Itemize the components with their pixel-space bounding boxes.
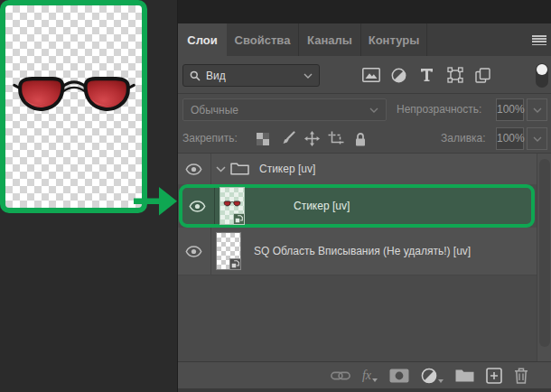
panel-tab-bar: Слои Свойства Каналы Контуры [178,23,551,56]
link-layers-icon[interactable] [331,369,350,382]
opacity-value[interactable]: 100% [496,98,524,121]
chevron-down-icon [369,107,378,113]
blend-mode-value: Обычные [191,104,238,117]
layers-bottom-toolbar: fx [178,361,551,388]
filter-type-icons [361,67,492,83]
layers-panel: Слои Свойства Каналы Контуры Вид [177,0,551,392]
chevron-down-icon [533,136,542,142]
fill-value[interactable]: 100% [496,127,524,150]
smart-object-badge-icon [229,258,241,270]
lock-transparent-pixels-icon[interactable] [255,131,271,146]
visibility-eye-icon[interactable] [189,201,206,212]
column-divider [214,188,215,224]
filter-kind-value: Вид [206,70,226,82]
layer-row-group[interactable]: Стикер [uv] [178,154,537,184]
group-expand-chevron-icon[interactable] [216,166,226,173]
new-group-icon[interactable] [455,369,474,382]
lock-icons [255,131,369,146]
visibility-eye-icon[interactable] [185,163,202,175]
type-layer-filter-icon[interactable] [417,67,436,83]
lock-all-icon[interactable] [352,131,369,146]
fx-dropdown-arrow-icon [372,378,378,382]
layer-thumbnail[interactable] [216,232,241,270]
opacity-dropdown-button[interactable] [527,98,547,121]
fill-label: Заливка: [441,132,486,145]
layer-filter-row: Вид [178,56,551,94]
filter-kind-dropdown[interactable]: Вид [182,64,320,87]
fx-label: fx [362,369,371,383]
column-divider [210,228,211,275]
panel-bottom-strip [178,388,551,392]
chevron-down-icon [304,73,313,79]
pixel-layer-filter-icon[interactable] [361,67,380,83]
visibility-eye-icon[interactable] [185,246,202,257]
smart-object-filter-icon[interactable] [473,67,492,83]
layer-thumbnail[interactable] [219,187,245,225]
scrollbar-thumb[interactable] [539,159,550,347]
panel-top-strip [178,0,551,23]
lock-row: Закрепить: [178,125,551,154]
add-layer-mask-icon[interactable] [389,369,409,383]
layer-row-selected[interactable]: Стикер [uv] [179,184,535,228]
panel-menu-icon[interactable] [532,35,546,45]
scrollbar[interactable] [537,154,551,361]
adjustment-layer-filter-icon[interactable] [389,67,408,83]
sunglasses-graphic [13,72,135,123]
chevron-down-icon [533,107,542,113]
blend-mode-dropdown[interactable]: Обычные [182,98,387,121]
adjustment-dropdown-arrow-icon [438,379,444,383]
new-adjustment-layer-icon[interactable] [421,368,444,384]
shape-layer-filter-icon[interactable] [445,67,464,83]
delete-layer-icon[interactable] [514,368,528,384]
layer-row-sq[interactable]: SQ Область Вписывания (Не удалять!) [uv] [178,228,537,275]
layer-effects-button[interactable]: fx [362,369,378,383]
layer-name[interactable]: SQ Область Вписывания (Не удалять!) [uv] [254,245,471,257]
tab-properties[interactable]: Свойства [227,23,299,56]
lock-artboard-icon[interactable] [328,131,344,146]
new-layer-icon[interactable] [486,368,502,384]
tab-channels[interactable]: Каналы [299,23,361,56]
sunglasses-thumbnail-graphic [223,201,241,208]
lock-position-icon[interactable] [304,131,320,146]
smart-object-badge-icon [233,213,245,225]
tab-layers[interactable]: Слои [178,23,227,56]
group-name[interactable]: Стикер [uv] [259,163,315,175]
search-icon [190,70,201,81]
column-divider [210,154,211,184]
opacity-label: Непрозрачность: [397,103,481,116]
layer-filtering-toggle[interactable] [536,63,548,88]
blend-mode-row: Обычные Непрозрачность: 100% [178,94,551,125]
annotation-arrow [134,183,181,219]
lock-image-pixels-icon[interactable] [279,131,295,146]
layer-name[interactable]: Стикер [uv] [294,200,350,212]
layers-list: Стикер [uv] [178,154,551,361]
group-folder-icon [230,163,249,175]
fill-dropdown-button[interactable] [527,127,547,150]
tab-paths[interactable]: Контуры [361,23,427,56]
toggle-knob [537,64,547,75]
document-canvas[interactable] [0,0,147,213]
lock-label: Закрепить: [182,132,238,145]
